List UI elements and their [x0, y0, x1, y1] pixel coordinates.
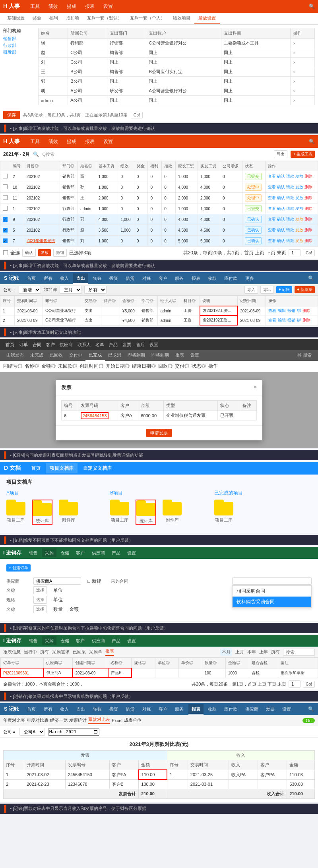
delete-icon[interactable]: ×: [293, 98, 295, 103]
acc2-nav-all[interactable]: 所有: [41, 704, 56, 714]
row-checkbox[interactable]: ✓: [3, 217, 8, 222]
crm-tab-mybill[interactable]: 由我发布: [3, 350, 27, 361]
col-tax[interactable]: 是否含税: [249, 658, 278, 668]
row-checkbox[interactable]: [3, 195, 8, 200]
inv-nav-settings[interactable]: 设置: [124, 548, 139, 557]
acc2-nav-invest[interactable]: 投资: [106, 704, 121, 714]
go-button[interactable]: Go!: [303, 681, 315, 688]
folder-project-main-done[interactable]: 项目主库: [214, 500, 233, 523]
col-type[interactable]: 交易◎: [82, 296, 101, 306]
col-name[interactable]: 名称◎: [108, 658, 132, 668]
col-supplier[interactable]: 供应商◎: [44, 658, 73, 668]
nav-payable[interactable]: 应付款: [221, 273, 240, 283]
col-desc[interactable]: 说明: [200, 296, 237, 306]
doc-nav-home[interactable]: 首页: [27, 463, 45, 473]
subnav-overview[interactable]: 经济一览: [50, 717, 68, 723]
crm-nav-aftersale[interactable]: 售后: [134, 340, 147, 349]
generate-payroll-button[interactable]: + 生成工表: [291, 151, 315, 158]
subnav-unit[interactable]: 成表单位: [124, 717, 142, 723]
view-link[interactable]: 查看: [268, 184, 276, 190]
tab-basic[interactable]: 基础设置: [3, 13, 29, 24]
confirm-link[interactable]: 确认: [277, 238, 285, 244]
col-merchant[interactable]: 商户◎: [101, 296, 120, 306]
delete-link[interactable]: 删除: [302, 308, 310, 314]
request-link[interactable]: 请款: [286, 227, 294, 233]
acc2-nav-service[interactable]: 服务: [172, 704, 187, 714]
nav-service[interactable]: 服务: [172, 273, 187, 283]
spec-select-button[interactable]: 选择: [33, 596, 47, 604]
acc2-nav-loan[interactable]: 借贷: [122, 704, 138, 714]
inv-nav2-product[interactable]: 产品: [109, 636, 123, 645]
bind-link[interactable]: 绑: [297, 318, 301, 323]
delete-icon[interactable]: ×: [293, 79, 295, 84]
crm-tab-expiring1[interactable]: 即将到期: [124, 350, 148, 361]
acc2-nav-customer[interactable]: 客户: [155, 704, 171, 714]
crm-nav-customer[interactable]: 客户: [44, 340, 57, 349]
checkbox-new[interactable]: □ 新建: [87, 578, 101, 585]
request-link[interactable]: 请款: [286, 206, 294, 211]
row-checkbox[interactable]: ✓: [3, 228, 8, 232]
subnav-bill-compare[interactable]: 票款对比表: [88, 717, 110, 724]
acc2-nav-invoice[interactable]: 发票: [263, 704, 278, 714]
save-button[interactable]: 保存: [3, 111, 20, 119]
acc2-nav-home[interactable]: 首页: [24, 704, 39, 714]
search-input[interactable]: [283, 649, 315, 656]
acc2-nav-settings[interactable]: 设置: [279, 704, 294, 714]
crm-nav-contract[interactable]: 合同: [30, 340, 44, 349]
confirm-link[interactable]: 确认: [277, 174, 285, 179]
all-select[interactable]: 所有: [84, 286, 107, 294]
request-link[interactable]: 请款: [286, 238, 294, 244]
acc2-nav-report[interactable]: 报表: [188, 704, 204, 715]
crm-nav-order[interactable]: 订单: [17, 340, 30, 349]
company-select[interactable]: 公司A: [19, 728, 45, 736]
search-icon-acc[interactable]: 🔍: [308, 275, 314, 281]
nav-customer[interactable]: 客户: [155, 273, 171, 283]
col-account[interactable]: 账号◎: [43, 296, 82, 306]
search-icon-2[interactable]: 🔍: [309, 139, 315, 144]
submit-invoice-button[interactable]: 申请发票: [146, 429, 172, 437]
confirm-link[interactable]: 确认: [277, 217, 285, 222]
export-button[interactable]: 导出: [274, 150, 287, 158]
acc2-nav-payable[interactable]: 应付款: [221, 704, 240, 714]
doc-nav-custom[interactable]: 自定义文档库: [79, 463, 116, 473]
crm-tab-expiring2[interactable]: 即将到期: [148, 350, 172, 361]
delete-icon[interactable]: ×: [293, 50, 295, 55]
hr-nav-report[interactable]: 报表: [81, 1, 99, 12]
col-amount[interactable]: 金额◎: [225, 658, 249, 668]
contract-option-1[interactable]: 相同采购合同: [233, 586, 311, 597]
col-deduct[interactable]: 扣款: [162, 161, 176, 171]
issue-link[interactable]: 发放: [295, 195, 303, 201]
col-basic[interactable]: 基本工资: [96, 161, 118, 171]
period-this-year[interactable]: 本年: [247, 649, 256, 655]
inv-nav2-supplier[interactable]: 供应商: [89, 636, 108, 645]
hr-nav2-commission[interactable]: 提成: [63, 136, 80, 147]
hr-nav2-report[interactable]: 报表: [81, 136, 99, 147]
subnav-annual-compare[interactable]: 年度对比表: [3, 717, 25, 723]
confirm-link[interactable]: 确认: [277, 195, 285, 201]
row-checkbox[interactable]: [3, 206, 8, 211]
import-button[interactable]: 导入: [244, 286, 258, 294]
subnav-excel[interactable]: Excel: [112, 718, 122, 723]
confirm-batch-button[interactable]: 确认: [22, 249, 36, 257]
issue-link[interactable]: 发放: [295, 238, 303, 244]
acc2-nav-supplier[interactable]: 供应商: [242, 704, 262, 714]
contract-input[interactable]: [232, 577, 312, 585]
hr-nav-perf[interactable]: 绩效: [45, 1, 62, 12]
subnav-invoice-stats[interactable]: 发票统计: [69, 717, 87, 723]
crm-tab-cancelled[interactable]: 已取消: [105, 350, 124, 361]
tab-welfare[interactable]: 福利: [45, 13, 62, 24]
request-link[interactable]: 请款: [286, 184, 294, 190]
col-subject[interactable]: 科目◎: [181, 296, 200, 306]
col-id[interactable]: 编号: [10, 161, 24, 171]
year-month-input[interactable]: [48, 728, 99, 736]
delete-icon[interactable]: ×: [293, 70, 295, 74]
col-month[interactable]: 月份◎: [24, 161, 60, 171]
subnav-annual-compare2[interactable]: 年度对比表: [27, 717, 48, 723]
go-button[interactable]: Go!: [303, 250, 315, 256]
crm-nav-invoice[interactable]: 发票: [120, 340, 134, 349]
hr-nav2-perf[interactable]: 绩效: [45, 136, 62, 147]
bind-link[interactable]: 绑: [297, 308, 301, 314]
cancel-batch-button[interactable]: 撤销: [53, 249, 67, 257]
new-document-button[interactable]: + 新单据: [295, 286, 315, 293]
acc2-nav-reconcile[interactable]: 对账: [139, 704, 154, 714]
